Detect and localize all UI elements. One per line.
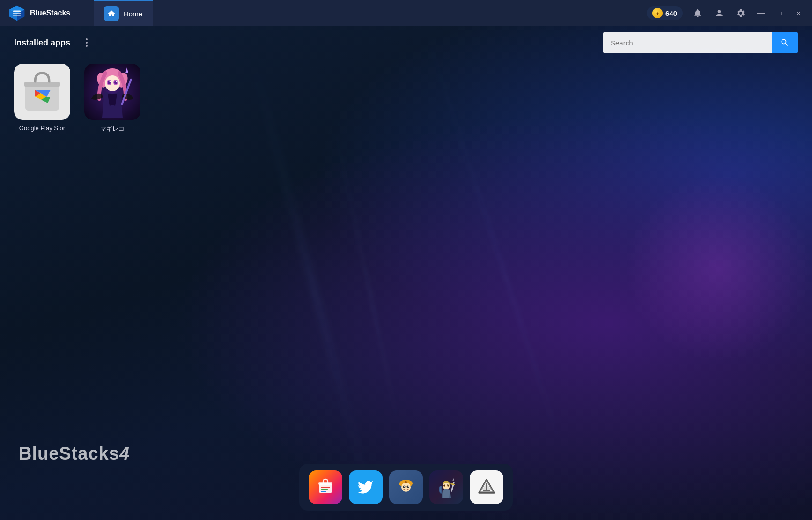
menu-dots-button[interactable] [84,37,89,49]
svg-rect-31 [321,487,330,488]
svg-point-47 [447,485,449,487]
maximize-button[interactable]: □ [775,8,785,18]
dock-item-citra[interactable] [470,470,503,504]
brand-label: BlueStacks [30,9,70,17]
profile-icon [715,8,724,18]
svg-rect-30 [318,482,332,485]
app-label-magirereco: マギレコ [100,125,125,133]
coin-count: 640 [665,9,677,17]
home-icon [107,9,116,18]
close-button[interactable]: ✕ [793,8,804,18]
coin-badge[interactable]: ● 640 [647,6,683,20]
svg-point-38 [403,486,406,488]
twitter-icon [356,478,375,497]
settings-button[interactable] [734,7,747,20]
dot-2 [86,42,88,44]
home-tab[interactable]: Home [94,0,153,26]
home-tab-label: Home [124,10,142,18]
svg-point-41 [408,486,409,487]
game-g-icon: G [396,477,416,498]
search-input[interactable] [603,32,772,53]
rpg-icon [436,477,457,498]
play-store-icon-svg [14,64,70,120]
citra-icon [476,477,497,498]
dock-item-bluestacks-store[interactable] [309,470,342,504]
dock-store-icon [316,477,335,497]
svg-point-40 [404,486,405,487]
coin-icon: ● [652,8,663,18]
svg-rect-33 [321,491,326,492]
svg-rect-6 [13,15,21,16]
bluestacks-logo [8,5,25,22]
app-icon-magirereco [84,64,140,120]
app-item-magirereco[interactable]: マギレコ [84,64,140,133]
notification-button[interactable] [691,7,704,20]
svg-point-37 [401,483,411,492]
svg-marker-50 [453,478,454,481]
titlebar-right: ● 640 — □ ✕ [647,6,812,20]
dot-3 [86,45,88,47]
svg-rect-32 [321,489,328,490]
search-icon [780,38,790,47]
watermark-number: 4 [119,444,130,463]
svg-rect-4 [13,11,21,12]
app-item-google-play[interactable]: Google Play Stor [14,64,70,133]
watermark-text: BlueStacks4 [19,444,130,463]
bluestacks-watermark: BlueStacks4 [19,444,130,464]
dot-1 [86,38,88,40]
svg-point-26 [116,81,118,82]
bottom-dock: G [299,464,513,511]
search-button[interactable] [772,32,798,53]
dock-item-game-g[interactable]: G [389,470,423,504]
app-label-google-play: Google Play Stor [19,125,65,132]
brand-area: BlueStacks [0,5,94,22]
svg-text:G: G [405,480,407,483]
bell-icon [693,8,702,18]
titlebar: BlueStacks Home ● 640 [0,0,812,26]
dock-item-twitter[interactable] [349,470,383,504]
header-divider [77,37,77,48]
svg-rect-9 [24,82,60,87]
main-content: Installed apps [0,26,812,520]
svg-point-46 [443,485,445,487]
gear-icon [736,8,746,18]
header-bar: Installed apps [0,26,812,59]
search-area [603,32,798,53]
dock-item-rpg[interactable] [429,470,463,504]
installed-apps-label: Installed apps [14,38,70,48]
apps-grid: Google Play Stor [14,64,140,133]
svg-rect-5 [13,13,21,14]
minimize-button[interactable]: — [756,8,766,18]
svg-point-39 [407,486,409,488]
svg-point-25 [110,81,111,82]
magirereco-icon-svg [84,64,140,120]
app-icon-google-play [14,64,70,120]
profile-button[interactable] [713,7,726,20]
home-icon-box [104,6,119,21]
